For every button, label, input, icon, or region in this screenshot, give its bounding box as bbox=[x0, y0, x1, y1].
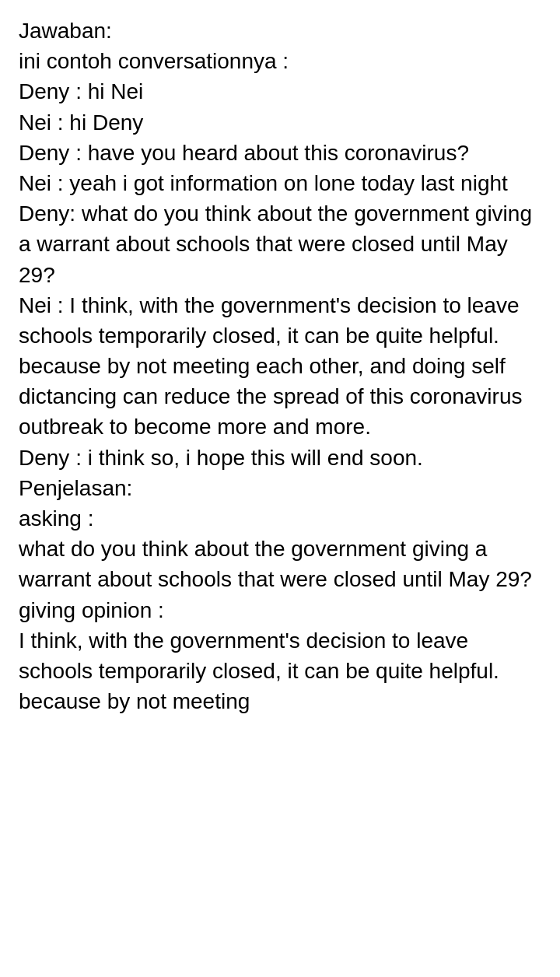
line-deny-3: Deny: what do you think about the govern… bbox=[19, 198, 541, 290]
line-nei-3: Nei : I think, with the government's dec… bbox=[19, 290, 541, 443]
line-asking-label: asking : bbox=[19, 503, 541, 534]
line-deny-2: Deny : have you heard about this coronav… bbox=[19, 138, 541, 168]
line-intro: ini contoh conversationnya : bbox=[19, 46, 541, 76]
line-deny-1: Deny : hi Nei bbox=[19, 76, 541, 107]
line-giving-opinion-text: I think, with the government's decision … bbox=[19, 625, 541, 717]
line-asking-text: what do you think about the government g… bbox=[19, 534, 541, 594]
line-jawaban: Jawaban: bbox=[19, 16, 541, 46]
line-nei-2: Nei : yeah i got information on lone tod… bbox=[19, 168, 541, 198]
line-nei-1: Nei : hi Deny bbox=[19, 107, 541, 138]
line-deny-4: Deny : i think so, i hope this will end … bbox=[19, 443, 541, 473]
main-content: Jawaban: ini contoh conversationnya : De… bbox=[19, 16, 541, 716]
line-giving-opinion-label: giving opinion : bbox=[19, 595, 541, 625]
line-penjelasan: Penjelasan: bbox=[19, 473, 541, 503]
